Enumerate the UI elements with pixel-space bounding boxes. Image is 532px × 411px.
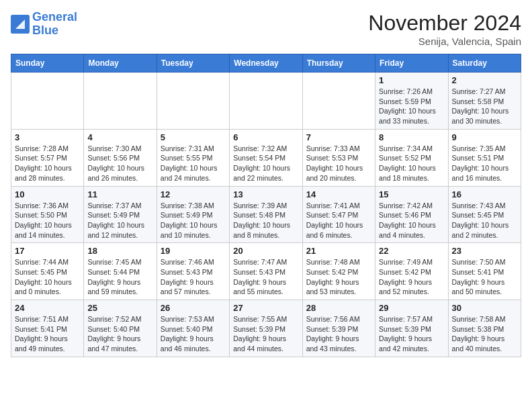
day-info: Sunrise: 7:48 AMSunset: 5:42 PMDaylight:… bbox=[306, 257, 371, 297]
calendar-cell: 14Sunrise: 7:41 AMSunset: 5:47 PMDayligh… bbox=[302, 186, 375, 243]
calendar-cell: 1Sunrise: 7:26 AMSunset: 5:59 PMDaylight… bbox=[375, 73, 448, 130]
day-info: Sunrise: 7:31 AMSunset: 5:55 PMDaylight:… bbox=[161, 144, 226, 183]
calendar-cell: 30Sunrise: 7:58 AMSunset: 5:38 PMDayligh… bbox=[448, 300, 521, 357]
calendar-cell: 2Sunrise: 7:27 AMSunset: 5:58 PMDaylight… bbox=[448, 73, 521, 130]
day-number: 7 bbox=[306, 132, 371, 142]
day-info: Sunrise: 7:35 AMSunset: 5:51 PMDaylight:… bbox=[452, 144, 517, 183]
weekday-header-sunday: Sunday bbox=[11, 54, 84, 73]
day-number: 17 bbox=[15, 246, 80, 256]
day-info: Sunrise: 7:56 AMSunset: 5:39 PMDaylight:… bbox=[306, 314, 371, 354]
day-number: 15 bbox=[379, 189, 444, 199]
day-info: Sunrise: 7:44 AMSunset: 5:45 PMDaylight:… bbox=[15, 257, 80, 297]
day-number: 20 bbox=[233, 246, 298, 256]
day-info: Sunrise: 7:27 AMSunset: 5:58 PMDaylight:… bbox=[452, 87, 517, 126]
day-number: 28 bbox=[306, 303, 371, 313]
day-number: 11 bbox=[87, 189, 152, 199]
day-info: Sunrise: 7:39 AMSunset: 5:48 PMDaylight:… bbox=[233, 201, 298, 240]
calendar-header: SundayMondayTuesdayWednesdayThursdayFrid… bbox=[11, 54, 521, 73]
calendar-cell: 29Sunrise: 7:57 AMSunset: 5:39 PMDayligh… bbox=[375, 300, 448, 357]
calendar-cell: 4Sunrise: 7:30 AMSunset: 5:56 PMDaylight… bbox=[84, 129, 157, 186]
day-number: 3 bbox=[15, 132, 80, 142]
day-info: Sunrise: 7:37 AMSunset: 5:49 PMDaylight:… bbox=[87, 201, 152, 240]
week-row-1: 1Sunrise: 7:26 AMSunset: 5:59 PMDaylight… bbox=[11, 73, 521, 130]
calendar-cell bbox=[230, 73, 302, 130]
calendar-cell: 6Sunrise: 7:32 AMSunset: 5:54 PMDaylight… bbox=[230, 129, 302, 186]
day-info: Sunrise: 7:52 AMSunset: 5:40 PMDaylight:… bbox=[87, 314, 152, 354]
calendar-cell: 9Sunrise: 7:35 AMSunset: 5:51 PMDaylight… bbox=[448, 129, 521, 186]
day-number: 4 bbox=[87, 132, 152, 142]
logo: General Blue bbox=[11, 11, 77, 38]
day-info: Sunrise: 7:42 AMSunset: 5:46 PMDaylight:… bbox=[379, 201, 444, 240]
day-info: Sunrise: 7:58 AMSunset: 5:38 PMDaylight:… bbox=[452, 314, 517, 354]
day-number: 23 bbox=[452, 246, 517, 256]
weekday-header-friday: Friday bbox=[375, 54, 448, 73]
weekday-header-thursday: Thursday bbox=[302, 54, 375, 73]
title-block: November 2024 Senija, Valencia, Spain bbox=[368, 11, 521, 47]
calendar-cell: 27Sunrise: 7:55 AMSunset: 5:39 PMDayligh… bbox=[230, 300, 302, 357]
calendar-cell: 11Sunrise: 7:37 AMSunset: 5:49 PMDayligh… bbox=[84, 186, 157, 243]
day-info: Sunrise: 7:49 AMSunset: 5:42 PMDaylight:… bbox=[379, 257, 444, 297]
day-info: Sunrise: 7:57 AMSunset: 5:39 PMDaylight:… bbox=[379, 314, 444, 354]
day-number: 22 bbox=[379, 246, 444, 256]
weekday-header-row: SundayMondayTuesdayWednesdayThursdayFrid… bbox=[11, 54, 521, 73]
day-number: 8 bbox=[379, 132, 444, 142]
week-row-4: 17Sunrise: 7:44 AMSunset: 5:45 PMDayligh… bbox=[11, 243, 521, 300]
calendar-cell: 15Sunrise: 7:42 AMSunset: 5:46 PMDayligh… bbox=[375, 186, 448, 243]
day-info: Sunrise: 7:50 AMSunset: 5:41 PMDaylight:… bbox=[452, 257, 517, 297]
weekday-header-monday: Monday bbox=[84, 54, 157, 73]
day-info: Sunrise: 7:33 AMSunset: 5:53 PMDaylight:… bbox=[306, 144, 371, 183]
day-number: 14 bbox=[306, 189, 371, 199]
week-row-2: 3Sunrise: 7:28 AMSunset: 5:57 PMDaylight… bbox=[11, 129, 521, 186]
calendar-cell bbox=[302, 73, 375, 130]
day-number: 9 bbox=[452, 132, 517, 142]
day-info: Sunrise: 7:53 AMSunset: 5:40 PMDaylight:… bbox=[161, 314, 226, 354]
day-info: Sunrise: 7:30 AMSunset: 5:56 PMDaylight:… bbox=[87, 144, 152, 183]
day-number: 1 bbox=[379, 75, 444, 85]
weekday-header-tuesday: Tuesday bbox=[157, 54, 229, 73]
calendar-cell: 17Sunrise: 7:44 AMSunset: 5:45 PMDayligh… bbox=[11, 243, 84, 300]
calendar-cell: 16Sunrise: 7:43 AMSunset: 5:45 PMDayligh… bbox=[448, 186, 521, 243]
day-info: Sunrise: 7:55 AMSunset: 5:39 PMDaylight:… bbox=[233, 314, 298, 354]
day-number: 5 bbox=[161, 132, 226, 142]
day-number: 25 bbox=[87, 303, 152, 313]
calendar-cell bbox=[11, 73, 84, 130]
calendar-cell: 21Sunrise: 7:48 AMSunset: 5:42 PMDayligh… bbox=[302, 243, 375, 300]
day-info: Sunrise: 7:43 AMSunset: 5:45 PMDaylight:… bbox=[452, 201, 517, 240]
logo-text: General Blue bbox=[32, 11, 77, 38]
calendar-cell: 8Sunrise: 7:34 AMSunset: 5:52 PMDaylight… bbox=[375, 129, 448, 186]
calendar-cell: 25Sunrise: 7:52 AMSunset: 5:40 PMDayligh… bbox=[84, 300, 157, 357]
calendar-cell: 13Sunrise: 7:39 AMSunset: 5:48 PMDayligh… bbox=[230, 186, 302, 243]
day-number: 19 bbox=[161, 246, 226, 256]
day-info: Sunrise: 7:26 AMSunset: 5:59 PMDaylight:… bbox=[379, 87, 444, 126]
weekday-header-wednesday: Wednesday bbox=[230, 54, 302, 73]
calendar-cell: 20Sunrise: 7:47 AMSunset: 5:43 PMDayligh… bbox=[230, 243, 302, 300]
day-number: 30 bbox=[452, 303, 517, 313]
page-header: General Blue November 2024 Senija, Valen… bbox=[11, 11, 521, 47]
day-number: 2 bbox=[452, 75, 517, 85]
calendar-cell bbox=[157, 73, 229, 130]
day-number: 6 bbox=[233, 132, 298, 142]
day-info: Sunrise: 7:28 AMSunset: 5:57 PMDaylight:… bbox=[15, 144, 80, 183]
day-number: 29 bbox=[379, 303, 444, 313]
calendar-cell: 12Sunrise: 7:38 AMSunset: 5:49 PMDayligh… bbox=[157, 186, 229, 243]
calendar-cell: 7Sunrise: 7:33 AMSunset: 5:53 PMDaylight… bbox=[302, 129, 375, 186]
day-number: 21 bbox=[306, 246, 371, 256]
week-row-5: 24Sunrise: 7:51 AMSunset: 5:41 PMDayligh… bbox=[11, 300, 521, 357]
month-title: November 2024 bbox=[368, 11, 521, 36]
day-number: 12 bbox=[161, 189, 226, 199]
day-info: Sunrise: 7:32 AMSunset: 5:54 PMDaylight:… bbox=[233, 144, 298, 183]
week-row-3: 10Sunrise: 7:36 AMSunset: 5:50 PMDayligh… bbox=[11, 186, 521, 243]
calendar-cell: 5Sunrise: 7:31 AMSunset: 5:55 PMDaylight… bbox=[157, 129, 229, 186]
location-subtitle: Senija, Valencia, Spain bbox=[368, 36, 521, 47]
day-number: 18 bbox=[87, 246, 152, 256]
calendar-cell: 10Sunrise: 7:36 AMSunset: 5:50 PMDayligh… bbox=[11, 186, 84, 243]
day-info: Sunrise: 7:41 AMSunset: 5:47 PMDaylight:… bbox=[306, 201, 371, 240]
day-info: Sunrise: 7:45 AMSunset: 5:44 PMDaylight:… bbox=[87, 257, 152, 297]
day-info: Sunrise: 7:51 AMSunset: 5:41 PMDaylight:… bbox=[15, 314, 80, 354]
calendar-cell: 26Sunrise: 7:53 AMSunset: 5:40 PMDayligh… bbox=[157, 300, 229, 357]
weekday-header-saturday: Saturday bbox=[448, 54, 521, 73]
calendar-cell bbox=[84, 73, 157, 130]
calendar-cell: 24Sunrise: 7:51 AMSunset: 5:41 PMDayligh… bbox=[11, 300, 84, 357]
calendar-cell: 23Sunrise: 7:50 AMSunset: 5:41 PMDayligh… bbox=[448, 243, 521, 300]
day-info: Sunrise: 7:34 AMSunset: 5:52 PMDaylight:… bbox=[379, 144, 444, 183]
